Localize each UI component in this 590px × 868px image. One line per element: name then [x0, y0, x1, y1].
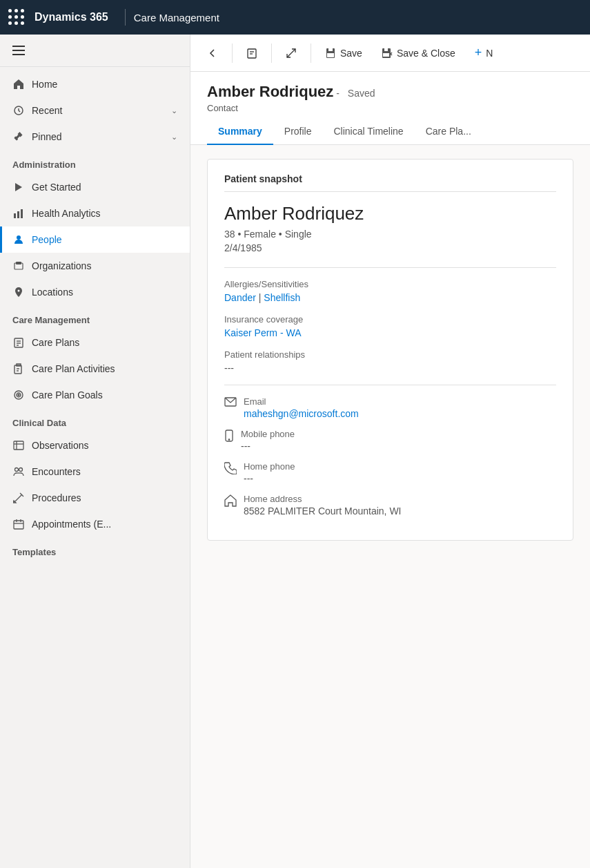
- sidebar-item-locations[interactable]: Locations: [0, 279, 190, 305]
- home-address-label: Home address: [244, 494, 402, 504]
- save-button[interactable]: Save: [317, 44, 371, 63]
- svg-point-5: [17, 235, 21, 240]
- location-icon: [12, 286, 25, 298]
- home-address-row: Home address 8582 PALMITER Court Mountai…: [224, 494, 556, 517]
- svg-point-43: [228, 439, 229, 440]
- svg-marker-1: [15, 183, 22, 191]
- sidebar-item-observations-label: Observations: [32, 440, 88, 451]
- sidebar-item-organizations[interactable]: Organizations: [0, 253, 190, 279]
- obs-icon: [12, 439, 25, 452]
- allergy-dander[interactable]: Dander: [224, 292, 256, 303]
- sidebar-item-pinned[interactable]: Pinned ⌄: [0, 124, 190, 150]
- expand-icon: [286, 48, 297, 59]
- sidebar-item-locations-label: Locations: [32, 287, 73, 298]
- play-icon: [12, 181, 25, 193]
- sidebar-item-care-plan-activities-label: Care Plan Activities: [32, 363, 115, 374]
- tab-profile[interactable]: Profile: [273, 119, 323, 145]
- sidebar-item-care-plan-goals[interactable]: Care Plan Goals: [0, 382, 190, 408]
- relationships-label: Patient relationships: [224, 349, 556, 360]
- insurance-label: Insurance coverage: [224, 314, 556, 325]
- new-button[interactable]: + N: [466, 41, 502, 64]
- svg-rect-26: [14, 521, 23, 529]
- svg-point-23: [19, 468, 23, 472]
- sidebar-item-care-plans[interactable]: Care Plans: [0, 329, 190, 356]
- svg-line-34: [287, 53, 291, 57]
- content-scroll: Patient snapshot Amber Rodriquez 38 • Fe…: [190, 145, 590, 868]
- save-close-button[interactable]: Save & Close: [373, 44, 464, 63]
- tab-summary[interactable]: Summary: [207, 119, 273, 145]
- patient-demographics: 38 • Female • Single: [224, 229, 556, 240]
- record-type: Contact: [207, 103, 573, 113]
- app-launcher-icon[interactable]: [8, 9, 25, 26]
- sidebar-item-health-analytics[interactable]: Health Analytics: [0, 200, 190, 226]
- careplan-icon: [12, 336, 25, 349]
- svg-point-22: [15, 468, 19, 472]
- app-title: Dynamics 365: [35, 11, 108, 23]
- insurance-value: Kaiser Perm - WA: [224, 327, 556, 338]
- sidebar-item-encounters[interactable]: Encounters: [0, 459, 190, 485]
- email-link[interactable]: maheshgn@microsoft.com: [244, 408, 359, 419]
- home-address-value: 8582 PALMITER Court Mountain, WI: [244, 505, 402, 517]
- email-value: maheshgn@microsoft.com: [244, 408, 359, 419]
- back-button[interactable]: [199, 44, 226, 63]
- mobile-info: Mobile phone ---: [241, 429, 295, 452]
- sidebar-item-pinned-label: Pinned: [32, 131, 62, 142]
- module-title: Care Management: [134, 12, 219, 23]
- sidebar-section-templates: Templates: [0, 537, 190, 561]
- svg-rect-3: [17, 211, 19, 218]
- email-row: Email maheshgn@microsoft.com: [224, 396, 556, 419]
- home-phone-icon: [224, 462, 237, 477]
- svg-rect-7: [16, 262, 21, 264]
- sidebar-item-appointments[interactable]: Appointments (E...: [0, 511, 190, 537]
- sidebar-item-care-plan-activities[interactable]: Care Plan Activities: [0, 356, 190, 382]
- home-phone-label: Home phone: [244, 461, 295, 472]
- sidebar-item-organizations-label: Organizations: [32, 260, 91, 271]
- sidebar-item-people[interactable]: People: [0, 226, 190, 253]
- sidebar-item-get-started[interactable]: Get Started: [0, 174, 190, 200]
- save-label: Save: [340, 48, 362, 59]
- home-phone-row: Home phone ---: [224, 461, 556, 484]
- main-layout: Home Recent ⌄ Pinned ⌄ Administration: [0, 35, 590, 868]
- sidebar-item-recent[interactable]: Recent ⌄: [0, 97, 190, 124]
- top-bar: Dynamics 365 Care Management: [0, 0, 590, 35]
- sidebar-nav: Home Recent ⌄ Pinned ⌄ Administration: [0, 67, 190, 566]
- svg-line-33: [291, 49, 295, 53]
- allergy-shellfish[interactable]: Shellfish: [264, 292, 300, 303]
- home-phone-info: Home phone ---: [244, 461, 295, 484]
- sidebar-item-health-analytics-label: Health Analytics: [32, 208, 101, 219]
- save-close-icon: [382, 48, 393, 59]
- sidebar-top-controls: [0, 35, 190, 67]
- sidebar-item-home-label: Home: [32, 79, 57, 90]
- insurance-link[interactable]: Kaiser Perm - WA: [224, 327, 302, 338]
- insurance-field: Insurance coverage Kaiser Perm - WA: [224, 314, 556, 338]
- view-record-icon: [246, 48, 257, 59]
- tab-clinical-timeline[interactable]: Clinical Timeline: [323, 119, 415, 145]
- mobile-row: Mobile phone ---: [224, 429, 556, 452]
- allergies-field: Allergies/Sensitivities Dander | Shellfi…: [224, 279, 556, 303]
- relationships-value: ---: [224, 363, 556, 374]
- mobile-icon: [224, 430, 234, 445]
- toolbar: Save Save & Close + N: [190, 35, 590, 72]
- record-name-row: Amber Rodriquez - Saved: [207, 83, 573, 101]
- allergies-value: Dander | Shellfish: [224, 292, 556, 303]
- svg-point-18: [18, 394, 19, 396]
- content-area: Save Save & Close + N Amber Rodriquez - …: [190, 35, 590, 868]
- sidebar-section-care-management: Care Management: [0, 305, 190, 329]
- patient-dob: 2/4/1985: [224, 242, 556, 253]
- sidebar-item-procedures[interactable]: Procedures: [0, 485, 190, 511]
- sidebar-item-care-plan-goals-label: Care Plan Goals: [32, 389, 103, 401]
- activity-icon: [12, 363, 25, 375]
- view-record-button[interactable]: [238, 44, 266, 63]
- svg-rect-40: [383, 53, 389, 57]
- hamburger-icon[interactable]: [10, 43, 180, 58]
- encounter-icon: [12, 465, 25, 478]
- top-bar-divider: [125, 9, 126, 26]
- allergies-label: Allergies/Sensitivities: [224, 279, 556, 289]
- tab-care-plan[interactable]: Care Pla...: [415, 119, 482, 145]
- pinned-chevron: ⌄: [171, 133, 177, 142]
- expand-button[interactable]: [277, 44, 305, 63]
- sidebar-item-observations[interactable]: Observations: [0, 432, 190, 459]
- sidebar-item-appointments-label: Appointments (E...: [32, 519, 111, 530]
- sidebar-item-home[interactable]: Home: [0, 71, 190, 97]
- record-status: Saved: [348, 88, 375, 99]
